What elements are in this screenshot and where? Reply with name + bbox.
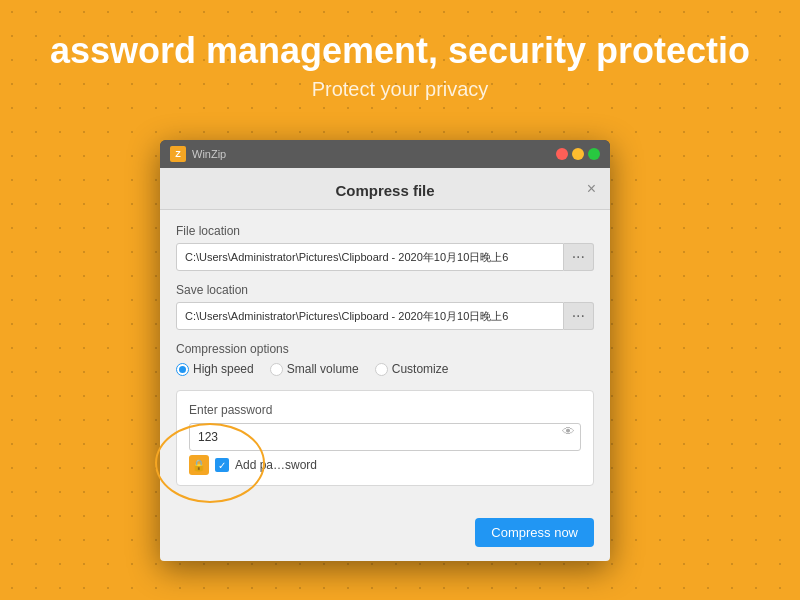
radio-small-volume-label: Small volume [287,362,359,376]
radio-small-volume[interactable]: Small volume [270,362,359,376]
add-password-label: Add pa…sword [235,458,317,472]
add-password-row: 🔒 ✓ Add pa…sword [189,455,581,475]
radio-high-speed-dot [176,363,189,376]
app-icon: Z [170,146,186,162]
window-controls [556,148,600,160]
password-section-label: Enter password [189,403,581,417]
minimize-window-button[interactable] [572,148,584,160]
dialog-title: Compress file [335,182,434,199]
file-location-row: ··· [176,243,594,271]
radio-customize-dot [375,363,388,376]
compression-options-section: Compression options High speed Small vol… [176,342,594,376]
password-section: Enter password 👁 🔒 ✓ Add pa…sword [176,390,594,486]
close-window-button[interactable] [556,148,568,160]
save-location-label: Save location [176,283,594,297]
hero-section: assword management, security protectio P… [0,30,800,101]
radio-small-volume-dot [270,363,283,376]
dialog-footer: Compress now [160,514,610,561]
password-input[interactable] [189,423,581,451]
title-bar: Z WinZip [160,140,610,168]
save-location-input[interactable] [176,302,564,330]
file-location-label: File location [176,224,594,238]
dialog-header: Compress file × [160,168,610,210]
add-password-checkbox[interactable]: ✓ [215,458,229,472]
save-location-row: ··· [176,302,594,330]
compression-radio-group: High speed Small volume Customize [176,362,594,376]
title-bar-left: Z WinZip [170,146,226,162]
compress-now-button[interactable]: Compress now [475,518,594,547]
file-location-browse-button[interactable]: ··· [564,243,594,271]
radio-high-speed-label: High speed [193,362,254,376]
hero-title: assword management, security protectio [0,30,800,72]
hero-subtitle: Protect your privacy [0,78,800,101]
app-window: Z WinZip Compress file × File location ·… [160,140,610,561]
maximize-window-button[interactable] [588,148,600,160]
file-location-input[interactable] [176,243,564,271]
password-row: 👁 [189,423,581,451]
password-eye-icon[interactable]: 👁 [562,424,575,439]
app-name: WinZip [192,148,226,160]
dialog-close-button[interactable]: × [587,181,596,197]
dialog: Compress file × File location ··· Save l… [160,168,610,561]
compression-options-label: Compression options [176,342,594,356]
save-location-browse-button[interactable]: ··· [564,302,594,330]
radio-customize[interactable]: Customize [375,362,449,376]
radio-customize-label: Customize [392,362,449,376]
lock-icon: 🔒 [189,455,209,475]
dialog-body: File location ··· Save location ··· Comp… [160,210,610,514]
radio-high-speed[interactable]: High speed [176,362,254,376]
